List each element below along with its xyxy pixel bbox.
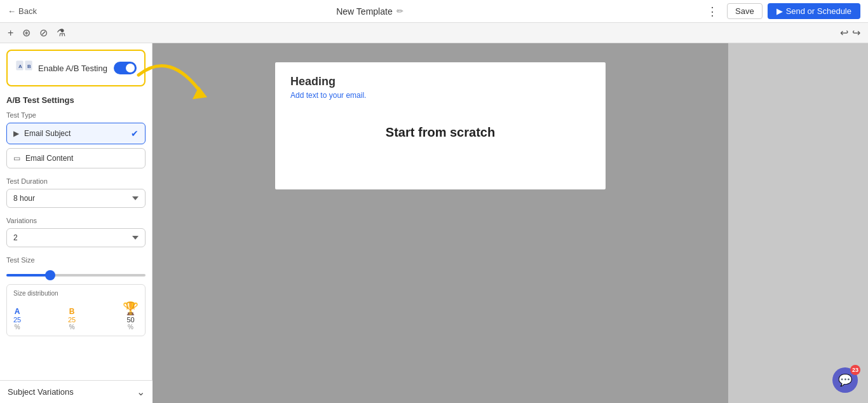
right-panel xyxy=(728,43,868,403)
toolbar2-right: ↩ ↪ xyxy=(840,27,860,39)
sidebar: A B Enable A/B Testing A/B Test Settings… xyxy=(0,43,153,403)
svg-text:A: A xyxy=(18,64,22,69)
variations-select[interactable]: 2 3 4 xyxy=(6,228,146,247)
beaker-icon[interactable]: ⚗ xyxy=(57,27,65,39)
ab-testing-icon: A B xyxy=(15,57,33,79)
subject-variations-chevron: ⌄ xyxy=(137,386,145,398)
template-name: New Template xyxy=(336,6,392,17)
email-subtext: Add text to your email. xyxy=(290,91,590,100)
topbar: ← Back New Template ✏ ⋮ Save ▶ Send or S… xyxy=(0,0,868,23)
test-type-label: Test Type xyxy=(6,111,146,119)
toggle-slider xyxy=(114,62,137,74)
more-button[interactable]: ⋮ xyxy=(703,3,722,20)
send-schedule-button[interactable]: ▶ Send or Schedule xyxy=(768,3,860,19)
test-size-slider[interactable] xyxy=(6,274,146,277)
topbar-left: ← Back xyxy=(8,6,37,16)
variations-label: Variations xyxy=(6,217,146,224)
filter-icon[interactable]: ⊘ xyxy=(39,27,48,39)
dist-letter-b: B xyxy=(68,307,76,316)
send-icon: ▶ xyxy=(776,6,783,16)
edit-icon[interactable]: ✏ xyxy=(397,6,403,16)
content-area: Heading Add text to your email. Start fr… xyxy=(153,43,728,403)
test-size-slider-container xyxy=(6,268,146,279)
dist-pct-a: % xyxy=(13,324,21,331)
email-scratch-label: Start from scratch xyxy=(290,125,590,140)
main-layout: A B Enable A/B Testing A/B Test Settings… xyxy=(0,43,868,403)
dist-winner-num: 50 xyxy=(123,316,139,324)
dist-col-b: B 25 % xyxy=(68,307,76,331)
chat-bubble[interactable]: 💬 23 xyxy=(832,367,858,393)
back-label: Back xyxy=(18,6,37,16)
test-size-label: Test Size xyxy=(6,256,146,264)
add-icon[interactable]: + xyxy=(8,27,13,39)
redo-icon[interactable]: ↪ xyxy=(852,27,860,39)
email-subject-option[interactable]: ▶ Email Subject ✔ xyxy=(6,123,146,144)
save-button[interactable]: Save xyxy=(727,3,763,19)
dist-row: A 25 % B 25 % 🏆 50 % xyxy=(13,301,139,331)
ab-card-header: A B Enable A/B Testing xyxy=(15,57,137,79)
chat-icon: 💬 xyxy=(838,373,852,387)
dist-winner: 🏆 50 % xyxy=(123,301,139,331)
undo-icon[interactable]: ↩ xyxy=(840,27,848,39)
dist-letter-a: A xyxy=(13,307,21,316)
dist-num-b: 25 xyxy=(68,316,76,324)
email-preview: Heading Add text to your email. Start fr… xyxy=(275,62,606,189)
subject-variations-label: Subject Variations xyxy=(8,387,74,397)
test-duration-group: Test Duration 1 hour 2 hour 4 hour 8 hou… xyxy=(6,177,146,208)
test-size-group: Test Size Size distribution A 25 % B 25 … xyxy=(6,256,146,336)
test-type-group: Test Type ▶ Email Subject ✔ ▭ Email Cont… xyxy=(6,111,146,168)
back-arrow-icon: ← xyxy=(8,6,16,16)
ab-testing-card: A B Enable A/B Testing xyxy=(6,50,146,86)
subject-variations-section[interactable]: Subject Variations ⌄ xyxy=(0,380,153,403)
ab-toggle[interactable] xyxy=(114,62,137,74)
toolbar2: + ⊛ ⊘ ⚗ ↩ ↪ xyxy=(0,23,868,43)
variations-group: Variations 2 3 4 xyxy=(6,217,146,247)
topbar-right: ⋮ Save ▶ Send or Schedule xyxy=(703,3,860,20)
email-content-icon: ▭ xyxy=(13,154,20,163)
send-label: Send or Schedule xyxy=(786,6,851,16)
email-heading: Heading xyxy=(290,75,590,88)
test-duration-label: Test Duration xyxy=(6,177,146,185)
email-subject-check: ✔ xyxy=(131,128,139,139)
dist-pct-b: % xyxy=(68,324,76,331)
trophy-icon: 🏆 xyxy=(123,301,139,316)
email-subject-label: Email Subject xyxy=(24,129,71,138)
chat-badge: 23 xyxy=(850,365,860,375)
dist-num-a: 25 xyxy=(13,316,21,324)
test-duration-select[interactable]: 1 hour 2 hour 4 hour 8 hour 12 hour 24 h… xyxy=(6,189,146,208)
size-distribution-card: Size distribution A 25 % B 25 % 🏆 50 xyxy=(6,284,146,336)
dist-title: Size distribution xyxy=(13,290,139,297)
toolbar2-left: + ⊛ ⊘ ⚗ xyxy=(8,27,65,39)
back-button[interactable]: ← Back xyxy=(8,6,37,16)
dist-col-a: A 25 % xyxy=(13,307,21,331)
email-content-label: Email Content xyxy=(25,154,73,163)
layers-icon[interactable]: ⊛ xyxy=(22,27,31,39)
dist-winner-pct: % xyxy=(123,324,139,331)
email-content-option[interactable]: ▭ Email Content xyxy=(6,148,146,168)
settings-title: A/B Test Settings xyxy=(6,95,146,105)
topbar-center: New Template ✏ xyxy=(336,6,403,17)
svg-text:B: B xyxy=(27,64,31,69)
email-subject-icon: ▶ xyxy=(13,129,19,138)
ab-label: Enable A/B Testing xyxy=(38,64,109,73)
